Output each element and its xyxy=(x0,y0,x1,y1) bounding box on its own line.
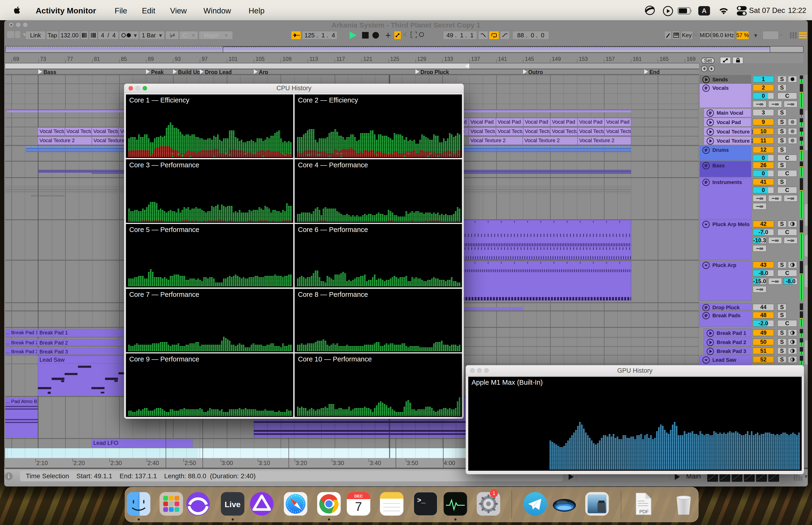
svg-text:Core 8 — Performance: Core 8 — Performance xyxy=(298,291,368,298)
svg-text:Core 1 — Efficiency: Core 1 — Efficiency xyxy=(129,96,189,104)
svg-text:PDF: PDF xyxy=(639,509,649,514)
svg-text:Core 3 — Performance: Core 3 — Performance xyxy=(129,161,199,169)
svg-text:Apple M1 Max (Built-In): Apple M1 Max (Built-In) xyxy=(472,379,543,386)
svg-text:DEC: DEC xyxy=(354,494,363,498)
svg-text:Live: Live xyxy=(225,500,241,509)
svg-text:Core 10 — Performance: Core 10 — Performance xyxy=(298,355,372,363)
svg-text:Core 6 — Performance: Core 6 — Performance xyxy=(298,226,368,234)
svg-text:>_: >_ xyxy=(417,497,426,505)
svg-text:Core 2 — Efficiency: Core 2 — Efficiency xyxy=(298,96,358,104)
svg-text:7: 7 xyxy=(355,499,362,513)
svg-text:Core 7 — Performance: Core 7 — Performance xyxy=(129,291,199,298)
svg-text:Core 4 — Performance: Core 4 — Performance xyxy=(298,161,368,169)
svg-text:Core 9 — Performance: Core 9 — Performance xyxy=(129,355,199,363)
svg-text:Core 5 — Performance: Core 5 — Performance xyxy=(129,226,199,234)
